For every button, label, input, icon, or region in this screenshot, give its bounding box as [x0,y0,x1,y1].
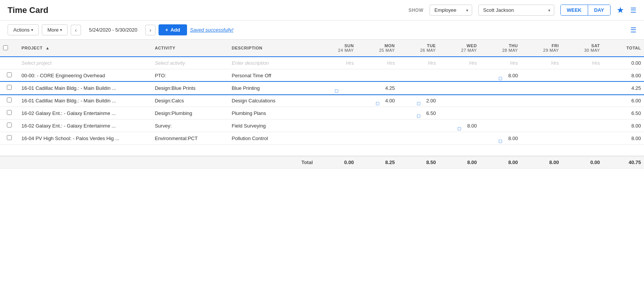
header-total: TOTAL [603,40,644,57]
employee-name-dropdown[interactable]: Scott Jackson [478,5,554,16]
row1-thu[interactable]: 8.00 ▢ [480,69,521,82]
header-project[interactable]: PROJECT ▲ [19,40,152,57]
row3-check-cell[interactable] [0,94,19,107]
row6-wed[interactable] [439,132,480,145]
row2-total: 4.25 [603,82,644,94]
row3-checkbox[interactable] [7,97,12,102]
employee-type-dropdown[interactable]: Employee Department Project [430,5,472,16]
row3-thu[interactable] [480,94,521,107]
row6-fri[interactable] [521,132,562,145]
row3-tue-note-icon[interactable]: ▢ [417,101,420,106]
row1-tue[interactable] [398,69,439,82]
row1-thu-note-icon[interactable]: ▢ [498,76,502,81]
employee-type-dropdown-wrapper[interactable]: Employee Department Project [430,5,472,16]
row5-checkbox[interactable] [7,123,12,128]
row5-thu[interactable] [480,120,521,132]
row2-thu[interactable] [480,82,521,94]
placeholder-tue[interactable]: Hrs [398,57,439,69]
placeholder-description[interactable]: Enter description [229,57,316,69]
favorite-icon[interactable]: ★ [617,5,624,15]
row4-fri[interactable] [521,107,562,120]
filter-icon[interactable]: ☰ [630,26,636,34]
row3-mon-note-icon[interactable]: ▢ [376,101,379,106]
row6-check-cell[interactable] [0,132,19,145]
row5-check-cell[interactable] [0,120,19,132]
placeholder-mon[interactable]: Hrs [357,57,398,69]
row4-sun[interactable] [316,107,357,120]
list-view-icon[interactable]: ☰ [630,6,636,14]
row4-mon[interactable] [357,107,398,120]
placeholder-activity[interactable]: Select activity [152,57,228,69]
actions-label: Actions [13,27,30,33]
row6-sun[interactable] [316,132,357,145]
placeholder-project[interactable]: Select project [19,57,152,69]
row2-sat[interactable] [562,82,603,94]
placeholder-thu[interactable]: Hrs [480,57,521,69]
row3-sat[interactable] [562,94,603,107]
day-toggle-button[interactable]: DAY [588,5,610,15]
header-sun: SUN24 MAY [316,40,357,57]
header-check [0,40,19,57]
placeholder-fri[interactable]: Hrs [521,57,562,69]
row6-thu[interactable]: 8.00 ▢ [480,132,521,145]
row2-sun[interactable]: ▢ [316,82,357,94]
totals-tue: 8.50 [398,156,439,169]
row4-check-cell[interactable] [0,107,19,120]
actions-chevron-icon: ▾ [31,28,33,32]
row4-checkbox[interactable] [7,110,12,115]
header-activity[interactable]: ACTIVITY [152,40,228,57]
row1-mon[interactable] [357,69,398,82]
row1-fri[interactable] [521,69,562,82]
row4-wed[interactable] [439,107,480,120]
row5-wed-note-icon[interactable]: ▢ [457,126,461,131]
row2-tue[interactable] [398,82,439,94]
row2-check-cell[interactable] [0,82,19,94]
row3-mon[interactable]: 4.00 ▢ [357,94,398,107]
row5-fri[interactable] [521,120,562,132]
add-button[interactable]: + Add [159,24,187,35]
employee-name-dropdown-wrapper[interactable]: Scott Jackson [478,5,554,16]
row6-tue[interactable] [398,132,439,145]
more-button[interactable]: More ▾ [42,24,68,35]
row2-mon[interactable]: 4.25 [357,82,398,94]
row6-sat[interactable] [562,132,603,145]
row1-sat[interactable] [562,69,603,82]
row2-description: Blue Printing [229,82,316,94]
row6-thu-note-icon[interactable]: ▢ [498,139,502,144]
prev-nav-button[interactable]: ‹ [71,25,81,35]
placeholder-sun[interactable]: Hrs [316,57,357,69]
row1-sun[interactable] [316,69,357,82]
row6-mon[interactable] [357,132,398,145]
totals-row: Total 0.00 8.25 8.50 8.00 8.00 8.00 0.00… [0,156,644,169]
row2-sun-note-icon[interactable]: ▢ [335,88,338,93]
row5-sat[interactable] [562,120,603,132]
row2-checkbox[interactable] [7,85,12,90]
row5-mon[interactable] [357,120,398,132]
row3-tue[interactable]: 2.00 ▢ [398,94,439,107]
week-toggle-button[interactable]: WEEK [561,5,588,15]
actions-button[interactable]: Actions ▾ [8,24,39,35]
row3-sun[interactable] [316,94,357,107]
row2-fri[interactable] [521,82,562,94]
header-description[interactable]: DESCRIPTION [229,40,316,57]
empty-row [0,145,644,156]
row5-wed[interactable]: 8.00 ▢ [439,120,480,132]
row1-checkbox[interactable] [7,72,12,77]
next-nav-button[interactable]: › [145,25,155,35]
row3-fri[interactable] [521,94,562,107]
header-sat: SAT30 MAY [562,40,603,57]
row5-sun[interactable] [316,120,357,132]
row3-wed[interactable] [439,94,480,107]
select-all-checkbox[interactable] [3,45,8,50]
row4-sat[interactable] [562,107,603,120]
row1-check-cell[interactable] [0,69,19,82]
row5-tue[interactable] [398,120,439,132]
placeholder-wed[interactable]: Hrs [439,57,480,69]
placeholder-sat[interactable]: Hrs [562,57,603,69]
row6-checkbox[interactable] [7,135,12,140]
row1-wed[interactable] [439,69,480,82]
row4-thu[interactable] [480,107,521,120]
row4-tue[interactable]: 6.50 ▢ [398,107,439,120]
row2-wed[interactable] [439,82,480,94]
row4-tue-note-icon[interactable]: ▢ [417,113,420,118]
